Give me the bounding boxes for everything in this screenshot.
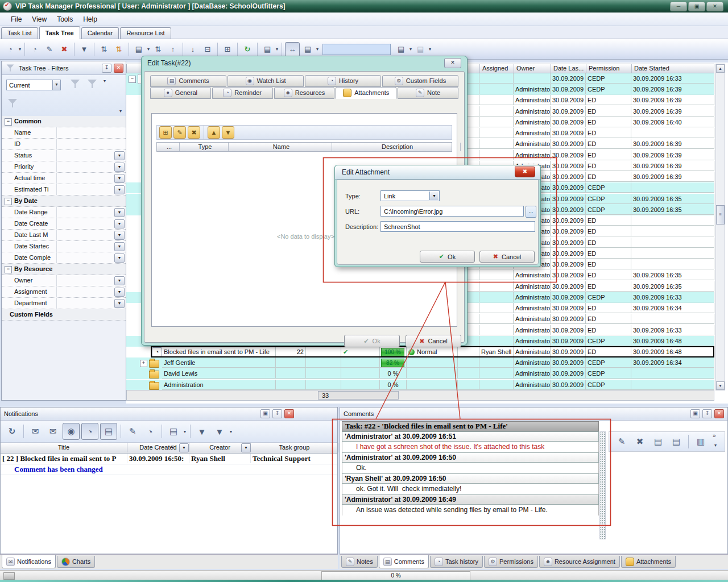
close-icon[interactable]: ✖: [515, 167, 535, 177]
pin-icon[interactable]: ↧: [702, 409, 712, 418]
chevron-down-icon[interactable]: ▼: [114, 185, 125, 194]
filter-icon[interactable]: ▼: [194, 423, 210, 439]
chevron-down-icon[interactable]: ▾: [714, 443, 717, 448]
scroll-up-icon[interactable]: ▲: [716, 64, 725, 73]
chevron-down-icon[interactable]: ▾: [147, 47, 150, 52]
type-select[interactable]: Link ▼: [380, 190, 440, 201]
tab-custom-fields[interactable]: ⚙Custom Fields: [382, 75, 458, 87]
chevron-down-icon[interactable]: ▼: [114, 253, 125, 263]
filter-preset-select[interactable]: Current ▼: [6, 80, 61, 90]
dialog-title-bar[interactable]: Edit Attachment: [335, 165, 540, 180]
group-row[interactable]: David Lewis0 %Administrato30.09.2009CEDP: [126, 368, 714, 379]
chevron-down-icon[interactable]: ▼: [52, 80, 60, 90]
chevron-down-icon[interactable]: ▾: [18, 47, 22, 52]
delete-task-icon[interactable]: ✖: [57, 43, 71, 56]
filter-field-assignment[interactable]: Assignment▼: [2, 286, 126, 298]
goto-task-icon[interactable]: ◔: [142, 423, 158, 439]
chevron-down-icon[interactable]: ▼: [114, 299, 125, 308]
filter-field-estimated-ti[interactable]: Estimated Ti▼: [2, 184, 126, 196]
column-header-date-started[interactable]: Date Started: [632, 64, 714, 73]
filter-field-date-range[interactable]: Date Range▼: [2, 207, 126, 218]
column-header-assigned[interactable]: Assigned: [480, 64, 514, 73]
duplicate-task-icon[interactable]: ▤: [260, 43, 274, 56]
scrollbar-thumb[interactable]: ≡: [716, 205, 725, 225]
mark-read-icon[interactable]: ✉: [27, 423, 43, 439]
chevron-down-icon[interactable]: ▾: [183, 429, 187, 434]
pin-icon[interactable]: ↧: [102, 64, 111, 73]
task-link-icon[interactable]: ◔: [81, 423, 98, 440]
filter-field-department[interactable]: Department▼: [2, 298, 126, 309]
collapse-icon[interactable]: −: [5, 266, 12, 273]
task-timeline-icon[interactable]: ▤: [132, 43, 146, 56]
collapse-all-icon[interactable]: ⊟: [201, 43, 214, 56]
group-row[interactable]: Administration0 %Administrato30.09.2009C…: [126, 380, 714, 390]
tab-task-tree[interactable]: Task Tree: [39, 26, 80, 39]
chevron-down-icon[interactable]: ▼: [114, 242, 125, 251]
chevron-down-icon[interactable]: ▾: [409, 47, 412, 52]
browse-button[interactable]: ...: [526, 206, 536, 218]
new-task-icon[interactable]: ◔: [3, 43, 17, 56]
tab-notes[interactable]: ✎Notes: [341, 556, 378, 568]
show-unread-toggle[interactable]: ◉: [63, 423, 80, 440]
filter-field-date-create[interactable]: Date Create▼: [2, 218, 126, 230]
menu-item-tools[interactable]: Tools: [52, 14, 78, 25]
tab-comments[interactable]: ▤Comments: [379, 555, 429, 568]
chevron-down-icon[interactable]: ▼: [114, 174, 125, 183]
collapse-icon[interactable]: −: [129, 76, 136, 83]
edit-task-icon[interactable]: ✎: [43, 43, 56, 56]
filter-tasks-icon[interactable]: ▼: [77, 43, 91, 56]
close-icon[interactable]: ✕: [114, 64, 123, 73]
sort-descending-icon[interactable]: ⇅: [112, 43, 126, 56]
filter-field-actual-time[interactable]: Actual time▼: [2, 173, 126, 184]
refresh-icon[interactable]: ↻: [241, 43, 254, 56]
expand-all-icon[interactable]: ⊞: [221, 43, 234, 56]
cancel-button[interactable]: ✖ Cancel: [406, 335, 461, 347]
tab-reminder[interactable]: ◔Reminder: [212, 87, 273, 99]
print-preview-icon[interactable]: ▤: [650, 434, 666, 450]
fit-columns-icon[interactable]: ↔: [285, 42, 300, 57]
column-header-[interactable]: ...: [157, 143, 180, 151]
column-header-owner[interactable]: Owner: [514, 64, 551, 73]
tab-attachments[interactable]: Attachments: [621, 556, 676, 568]
tab-charts[interactable]: Charts: [57, 556, 95, 568]
tab-task-list[interactable]: Task List: [1, 27, 38, 39]
view-selector[interactable]: [322, 44, 391, 55]
minimize-icon[interactable]: ─: [670, 2, 687, 11]
tab-permissions[interactable]: ⚙Permissions: [484, 556, 538, 568]
group-row[interactable]: Jeff Gentile82 %Administrato30.09.2009CE…: [126, 357, 714, 368]
description-input[interactable]: SchreenShot: [380, 221, 535, 232]
menu-item-help[interactable]: Help: [78, 14, 102, 25]
open-attachment-icon[interactable]: ▲: [208, 126, 220, 139]
clear-filter-icon[interactable]: [6, 98, 19, 109]
filter-field-date-startec[interactable]: Date Startec▼: [2, 241, 126, 252]
delete-attachment-icon[interactable]: ✖: [188, 126, 200, 139]
task-row[interactable]: Blocked files in email sent to PM - Life…: [126, 347, 714, 357]
tab-general[interactable]: ●General: [150, 87, 211, 99]
restore-icon[interactable]: ▣: [260, 409, 270, 418]
chevron-down-icon[interactable]: ▾: [316, 47, 319, 52]
tab-resources[interactable]: ☻Resources: [274, 87, 335, 99]
ok-button[interactable]: ✔ Ok: [420, 251, 475, 263]
column-header-name[interactable]: Name: [229, 143, 332, 151]
column-header-permission[interactable]: Permission: [586, 64, 632, 73]
chevron-down-icon[interactable]: ▼: [114, 208, 125, 217]
chevron-down-icon[interactable]: ▾: [428, 47, 432, 52]
filter-options-icon[interactable]: ▾: [119, 109, 122, 114]
tab-note[interactable]: ✎Note: [398, 87, 458, 99]
tab-notifications[interactable]: ✉Notifications: [2, 555, 56, 568]
chevron-down-icon[interactable]: ▼: [114, 276, 125, 285]
close-icon[interactable]: ✕: [284, 409, 294, 418]
apply-filter-icon[interactable]: [69, 78, 81, 90]
menu-item-view[interactable]: View: [27, 14, 52, 25]
list-layout-icon[interactable]: ▤: [166, 423, 181, 439]
tab-history[interactable]: ◔History: [305, 75, 381, 87]
restore-icon[interactable]: ▣: [688, 2, 705, 11]
chevron-down-icon[interactable]: ▼: [114, 231, 125, 240]
menu-item-file[interactable]: File: [6, 14, 27, 25]
column-header-title[interactable]: Title: [1, 443, 127, 452]
add-comment-icon[interactable]: ✎: [614, 434, 630, 450]
save-filter-icon[interactable]: [86, 78, 98, 90]
tab-calendar[interactable]: Calendar: [81, 27, 119, 39]
chevron-down-icon[interactable]: ▼: [241, 443, 251, 452]
pin-icon[interactable]: ↧: [272, 409, 282, 418]
